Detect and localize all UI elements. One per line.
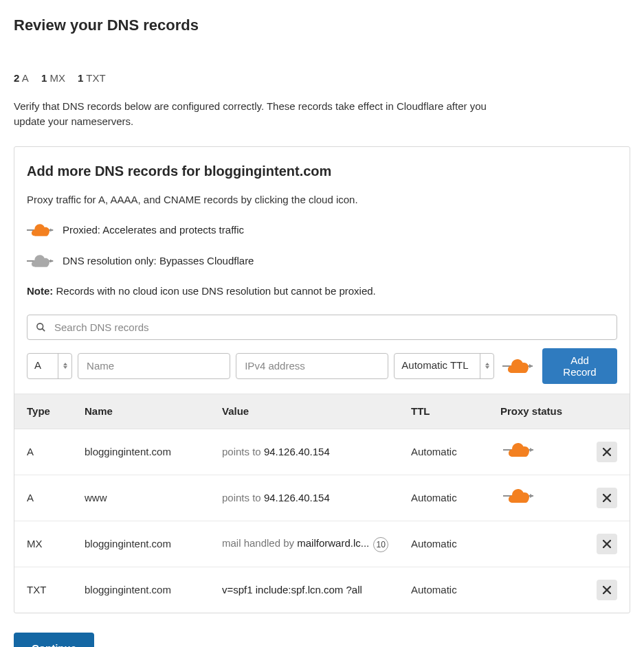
th-proxy: Proxy status [492,394,588,429]
close-icon [603,540,611,548]
legend-dns-only-label: DNS resolution only: Bypasses Cloudflare [63,253,254,269]
record-name-input-wrap[interactable] [78,353,230,379]
summary-type: TXT [86,72,105,84]
record-summary: 2 A 1 MX 1 TXT [14,71,630,87]
th-value: Value [214,394,403,429]
cell-name: bloggingintent.com [76,429,214,475]
th-actions [588,394,630,429]
summary-type: A [22,72,29,84]
proxy-toggle[interactable] [500,359,537,373]
close-icon [603,448,611,456]
summary-type: MX [49,72,65,84]
dns-panel: Add more DNS records for bloggingintent.… [14,146,630,614]
legend-dns-only: DNS resolution only: Bypasses Cloudflare [27,253,617,269]
svg-point-6 [37,323,43,329]
priority-badge: 10 [373,537,388,552]
help-text: Verify that DNS records below are config… [14,99,495,130]
cell-name: bloggingintent.com [76,567,214,613]
table-row[interactable]: Abloggingintent.compoints to 94.126.40.1… [14,429,630,475]
search-input-wrap[interactable] [27,315,617,340]
summary-count: 1 [41,72,47,84]
note-label: Note: [27,285,53,297]
th-ttl: TTL [403,394,492,429]
delete-record-button[interactable] [597,488,617,508]
svg-marker-5 [50,259,53,262]
cell-value: mail handled by mailforward.lc...10 [214,521,403,567]
record-value-input-wrap[interactable] [236,353,388,379]
summary-count: 1 [78,72,83,84]
cell-type: A [14,475,76,521]
cell-ttl: Automatic [403,475,492,521]
record-name-input[interactable] [85,359,223,372]
proxy-help-text: Proxy traffic for A, AAAA, and CNAME rec… [27,192,617,208]
cell-proxy [492,567,588,613]
panel-heading: Add more DNS records for bloggingintent.… [27,161,617,181]
svg-marker-15 [530,494,533,498]
cell-type: TXT [14,567,76,613]
table-row[interactable]: Awwwpoints to 94.126.40.154Automatic [14,475,630,521]
delete-record-button[interactable] [597,442,617,462]
svg-marker-11 [530,448,533,452]
close-icon [603,586,611,594]
dns-records-table: Type Name Value TTL Proxy status Abloggi… [14,394,630,613]
close-icon [603,494,611,502]
summary-count: 2 [14,72,19,84]
svg-marker-9 [529,364,533,368]
th-name: Name [76,394,214,429]
legend-proxied-label: Proxied: Accelerates and protects traffi… [63,223,244,238]
svg-marker-3 [50,229,53,232]
cell-ttl: Automatic [403,567,492,613]
add-record-form: A Automatic TTL Add Record [27,348,617,384]
cell-ttl: Automatic [403,521,492,567]
cell-value: points to 94.126.40.154 [214,475,403,521]
cell-name: www [76,475,214,521]
legend-proxied: Proxied: Accelerates and protects traffi… [27,223,617,238]
ttl-select[interactable]: Automatic TTL [394,353,494,379]
note-body: Records with no cloud icon use DNS resol… [56,285,376,297]
cell-type: A [14,429,76,475]
svg-line-7 [42,328,45,331]
cell-ttl: Automatic [403,429,492,475]
th-type: Type [14,394,76,429]
record-type-value: A [27,358,58,374]
cell-value: v=spf1 include:spf.lcn.com ?all [214,567,403,613]
add-record-button[interactable]: Add Record [542,348,617,384]
table-row[interactable]: TXTbloggingintent.comv=spf1 include:spf.… [14,567,630,613]
page-title: Review your DNS records [14,14,630,36]
note-text: Note: Records with no cloud icon use DNS… [27,284,617,299]
ttl-value: Automatic TTL [395,358,480,374]
delete-record-button[interactable] [597,580,617,600]
select-handle-icon [58,354,71,378]
cell-proxy[interactable] [492,429,588,475]
cell-type: MX [14,521,76,567]
search-input[interactable] [53,321,608,334]
cell-value: points to 94.126.40.154 [214,429,403,475]
record-value-input[interactable] [243,359,381,372]
select-handle-icon [480,354,493,378]
cell-proxy [492,521,588,567]
table-row[interactable]: MXbloggingintent.commail handled by mail… [14,521,630,567]
search-icon [36,322,46,332]
continue-button[interactable]: Continue [14,633,94,647]
cell-proxy[interactable] [492,475,588,521]
delete-record-button[interactable] [597,534,617,554]
cell-name: bloggingintent.com [76,521,214,567]
record-type-select[interactable]: A [27,353,72,379]
